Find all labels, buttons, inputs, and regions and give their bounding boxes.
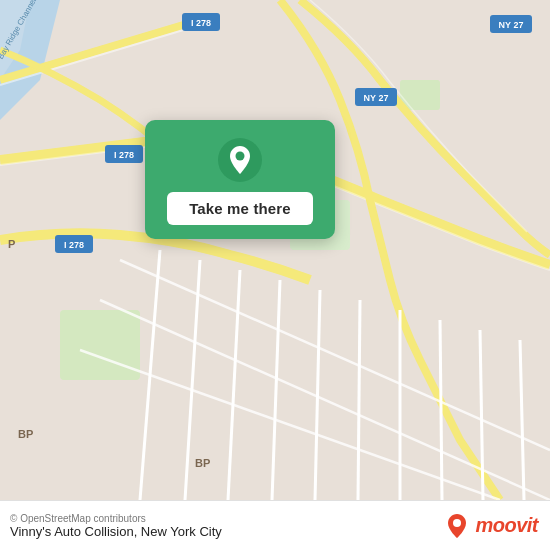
map-svg: I 278 I 278 I 278 NY 27 NY 27 BP BP P Ba… <box>0 0 550 500</box>
svg-text:NY 27: NY 27 <box>499 20 524 30</box>
svg-text:BP: BP <box>18 428 33 440</box>
map-attribution: © OpenStreetMap contributors <box>10 513 222 524</box>
location-pin-icon <box>218 138 262 182</box>
map-container: I 278 I 278 I 278 NY 27 NY 27 BP BP P Ba… <box>0 0 550 500</box>
svg-rect-3 <box>60 310 140 380</box>
place-name: Vinny's Auto Collision, New York City <box>10 524 222 539</box>
take-me-there-button[interactable]: Take me there <box>167 192 313 225</box>
bottom-bar: © OpenStreetMap contributors Vinny's Aut… <box>0 500 550 550</box>
svg-text:I 278: I 278 <box>64 240 84 250</box>
svg-text:BP: BP <box>195 457 210 469</box>
svg-text:P: P <box>8 238 15 250</box>
popup-card: Take me there <box>145 120 335 239</box>
svg-line-13 <box>358 300 360 500</box>
moovit-pin-icon <box>443 512 471 540</box>
moovit-brand-text: moovit <box>475 514 538 537</box>
svg-point-36 <box>236 152 245 161</box>
svg-line-15 <box>440 320 442 500</box>
svg-text:I 278: I 278 <box>114 150 134 160</box>
bottom-left-info: © OpenStreetMap contributors Vinny's Aut… <box>10 513 222 539</box>
svg-point-37 <box>453 519 461 527</box>
svg-text:I 278: I 278 <box>191 18 211 28</box>
svg-text:NY 27: NY 27 <box>364 93 389 103</box>
moovit-logo: moovit <box>443 512 538 540</box>
